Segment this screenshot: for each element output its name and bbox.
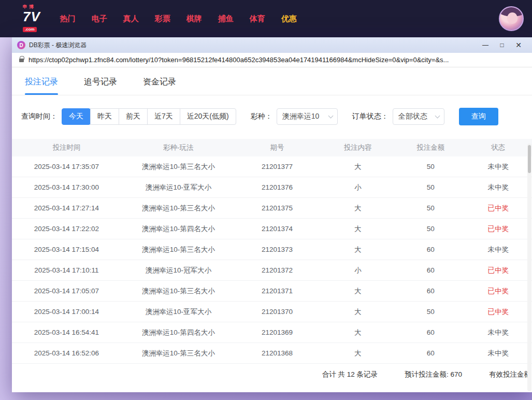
table-cell: 21201375 <box>236 204 319 212</box>
main-nav: 热门电子真人彩票棋牌捕鱼体育优惠 <box>60 14 297 24</box>
search-button[interactable]: 查询 <box>459 108 498 125</box>
table-cell: 澳洲幸运10-第四名大小 <box>121 224 236 234</box>
chevron-down-icon <box>328 113 333 118</box>
table-cell: 21201377 <box>236 163 319 170</box>
nav-item[interactable]: 优惠 <box>281 14 297 24</box>
time-filter-option[interactable]: 今天 <box>62 108 91 125</box>
table-cell: 2025-03-14 16:52:06 <box>12 349 121 357</box>
time-filter-group: 今天昨天前天近7天近20天(低频) <box>62 108 236 125</box>
table-row: 2025-03-14 17:30:00澳洲幸运10-亚军大小21201376小5… <box>12 177 532 198</box>
nav-item[interactable]: 彩票 <box>155 14 170 24</box>
table-cell: 21201373 <box>236 246 319 253</box>
table-row: 2025-03-14 17:05:07澳洲幸运10-第三名大小21201371大… <box>12 281 532 302</box>
table-cell: 50 <box>397 163 465 170</box>
table-row: 2025-03-14 17:27:14澳洲幸运10-第三名大小21201375大… <box>12 198 532 219</box>
table-cell: 澳洲幸运10-第三名大小 <box>121 245 236 254</box>
tab-fund-records[interactable]: 资金记录 <box>143 77 176 95</box>
table-cell: 小 <box>319 266 397 275</box>
site-logo[interactable]: 申博 7V .com <box>23 5 40 33</box>
footer-expected-amount: 预计投注金额: 670 <box>405 370 462 379</box>
table-cell: 大 <box>319 287 397 296</box>
table-cell: 21201374 <box>236 225 319 233</box>
time-filter-option[interactable]: 昨天 <box>90 108 119 125</box>
table-cell: 未中奖 <box>464 328 532 337</box>
nav-item[interactable]: 体育 <box>250 14 265 24</box>
tab-chase-records[interactable]: 追号记录 <box>84 77 117 95</box>
page-content: 投注记录 追号记录 资金记录 查询时间： 今天昨天前天近7天近20天(低频) 彩… <box>12 67 532 392</box>
column-header: 投注时间 <box>12 143 121 152</box>
desktop-background: 申博 7V .com 热门电子真人彩票棋牌捕鱼体育优惠 D DB彩票 - 极速浏… <box>0 0 532 400</box>
table-cell: 21201370 <box>236 308 319 316</box>
table-cell: 2025-03-14 17:00:14 <box>12 308 121 316</box>
table-cell: 21201369 <box>236 328 319 336</box>
user-avatar[interactable] <box>499 6 524 31</box>
nav-item[interactable]: 棋牌 <box>186 14 202 24</box>
table-cell: 60 <box>397 246 465 253</box>
table-cell: 已中奖 <box>464 224 532 234</box>
nav-item[interactable]: 真人 <box>123 14 139 24</box>
column-header: 彩种-玩法 <box>121 143 236 152</box>
table-cell: 21201368 <box>236 349 319 357</box>
tab-bet-records[interactable]: 投注记录 <box>25 77 58 95</box>
table-cell: 60 <box>397 287 465 295</box>
table-cell: 澳洲幸运10-第三名大小 <box>121 349 236 358</box>
browser-window: D DB彩票 - 极速浏览器 — □ ✕ https://ctop02pchwp… <box>12 37 532 392</box>
table-cell: 小 <box>319 183 397 192</box>
url-text[interactable]: https://ctop02pchwp1.zfnc84.com/lottery/… <box>28 56 449 64</box>
window-controls: — □ ✕ <box>477 39 527 51</box>
scrollbar-thumb[interactable] <box>528 145 531 173</box>
column-header: 投注内容 <box>319 143 397 152</box>
table-cell: 澳洲幸运10-第四名大小 <box>121 328 236 337</box>
url-bar[interactable]: https://ctop02pchwp1.zfnc84.com/lottery/… <box>12 53 532 67</box>
vertical-scrollbar[interactable] <box>527 144 531 391</box>
lottery-filter-label: 彩种： <box>251 112 272 121</box>
lottery-select[interactable]: 澳洲幸运10 <box>277 108 338 125</box>
table-cell: 未中奖 <box>464 162 532 172</box>
table-cell: 21201371 <box>236 287 319 295</box>
table-cell: 大 <box>319 162 397 172</box>
table-cell: 2025-03-14 17:22:02 <box>12 225 121 233</box>
table-row: 2025-03-14 17:15:04澳洲幸运10-第三名大小21201373大… <box>12 239 532 260</box>
table-header-row: 投注时间彩种-玩法期号投注内容投注金额状态 <box>12 139 532 156</box>
close-button[interactable]: ✕ <box>510 39 527 51</box>
order-status-value: 全部状态 <box>398 112 427 121</box>
table-cell: 2025-03-14 16:54:41 <box>12 328 121 336</box>
nav-item[interactable]: 捕鱼 <box>218 14 234 24</box>
filter-bar: 查询时间： 今天昨天前天近7天近20天(低频) 彩种： 澳洲幸运10 订单状态：… <box>12 95 532 125</box>
table-cell: 2025-03-14 17:30:00 <box>12 183 121 191</box>
maximize-button[interactable]: □ <box>494 39 510 51</box>
top-navbar: 申博 7V .com 热门电子真人彩票棋牌捕鱼体育优惠 <box>0 0 532 37</box>
time-filter-option[interactable]: 近7天 <box>147 108 180 125</box>
table-cell: 大 <box>319 307 397 317</box>
table-cell: 2025-03-14 17:27:14 <box>12 204 121 212</box>
nav-item[interactable]: 热门 <box>60 14 76 24</box>
table-cell: 大 <box>319 349 397 358</box>
table-cell: 大 <box>319 245 397 254</box>
table-cell: 60 <box>397 349 465 357</box>
table-cell: 澳洲幸运10-第三名大小 <box>121 162 236 172</box>
footer-total-records: 合计 共 12 条记录 <box>322 370 378 379</box>
window-titlebar[interactable]: D DB彩票 - 极速浏览器 — □ ✕ <box>12 37 532 53</box>
time-filter-option[interactable]: 前天 <box>119 108 148 125</box>
nav-item[interactable]: 电子 <box>92 14 107 24</box>
column-header: 期号 <box>236 143 319 152</box>
table-cell: 21201372 <box>236 266 319 274</box>
table-cell: 50 <box>397 225 465 233</box>
time-filter-option[interactable]: 近20天(低频) <box>180 108 236 125</box>
table-body: 2025-03-14 17:35:07澳洲幸运10-第三名大小21201377大… <box>12 156 532 364</box>
table-cell: 澳洲幸运10-第三名大小 <box>121 204 236 213</box>
table-cell: 已中奖 <box>464 287 532 296</box>
table-cell: 2025-03-14 17:35:07 <box>12 163 121 170</box>
column-header: 状态 <box>464 143 532 152</box>
table-cell: 50 <box>397 308 465 316</box>
table-cell: 未中奖 <box>464 245 532 254</box>
minimize-button[interactable]: — <box>477 39 494 51</box>
table-cell: 2025-03-14 17:15:04 <box>12 246 121 253</box>
table-cell: 21201376 <box>236 183 319 191</box>
table-row: 2025-03-14 17:10:11澳洲幸运10-冠军大小21201372小6… <box>12 260 532 281</box>
order-status-select[interactable]: 全部状态 <box>393 108 444 125</box>
logo-main-text: 7V <box>23 10 40 24</box>
tab-bar: 投注记录 追号记录 资金记录 <box>12 67 532 95</box>
table-cell: 已中奖 <box>464 204 532 213</box>
status-filter-label: 订单状态： <box>352 112 389 121</box>
